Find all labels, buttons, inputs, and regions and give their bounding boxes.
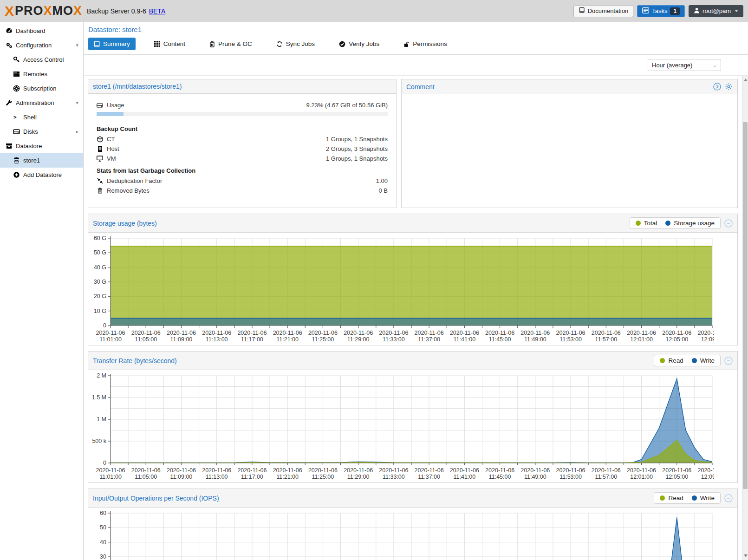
svg-text:11:21:00: 11:21:00 [276, 474, 299, 480]
chart-title: Input/Output Operations per Second (IOPS… [93, 495, 219, 502]
proxmox-x-icon: X [5, 3, 14, 19]
sidebar-item-datastore[interactable]: Datastore [0, 139, 83, 153]
svg-text:0: 0 [103, 322, 106, 329]
iops-panel: Input/Output Operations per Second (IOPS… [88, 488, 738, 560]
storage-usage-panel: Storage usage (bytes) TotalStorage usage… [88, 214, 738, 345]
archive-box-icon [6, 143, 13, 150]
sidebar-item-store1[interactable]: store1 [0, 153, 83, 168]
tab-content[interactable]: Content [149, 38, 191, 50]
legend-label: Write [700, 495, 715, 501]
removed-bytes-row: Removed Bytes 0 B [97, 186, 388, 195]
backup-count-heading: Backup Count [97, 122, 388, 134]
svg-text:2020-11-06: 2020-11-06 [131, 330, 161, 336]
sidebar-item-configuration[interactable]: Configuration ▾ [0, 38, 83, 52]
svg-text:11:01:00: 11:01:00 [99, 336, 122, 343]
key-icon [13, 56, 20, 63]
compress-icon [97, 178, 103, 184]
gc-stats-heading: Stats from last Garbage Collection [97, 163, 388, 176]
sidebar-item-disks[interactable]: Disks ▸ [0, 124, 83, 139]
svg-text:12:05:00: 12:05:00 [665, 336, 688, 343]
sidebar-item-add-datastore[interactable]: Add Datastore [0, 168, 83, 182]
iops-chart: 01020304050602020-11-0611:01:002020-11-0… [88, 508, 737, 560]
svg-text:2020-11-06: 2020-11-06 [556, 467, 585, 474]
tasks-count-badge: 1 [670, 7, 680, 15]
expand-caret-icon[interactable]: ▸ [76, 129, 78, 135]
panel-title: Comment [406, 83, 435, 91]
collapse-chart-button[interactable] [724, 494, 733, 502]
svg-text:12:05:00: 12:05:00 [665, 474, 688, 480]
legend-item[interactable]: Write [692, 495, 715, 501]
user-menu-button[interactable]: root@pam [689, 5, 743, 17]
svg-text:50: 50 [100, 524, 106, 531]
wrench-icon [6, 99, 13, 106]
chevron-down-icon [735, 10, 738, 12]
collapse-chart-button[interactable] [724, 219, 733, 228]
usage-progress-bar [97, 112, 388, 116]
svg-text:2020-11-06: 2020-11-06 [662, 330, 691, 336]
scroll-up-arrow[interactable] [742, 77, 748, 83]
sidebar-item-remotes[interactable]: Remotes [0, 67, 83, 81]
remotes-icon [13, 71, 20, 78]
collapse-chart-button[interactable] [724, 357, 733, 365]
legend-dot-icon [636, 221, 641, 226]
svg-text:2020-11-06: 2020-11-06 [592, 330, 621, 336]
plus-circle-icon [13, 171, 20, 178]
svg-text:2020-11-06: 2020-11-06 [697, 467, 714, 474]
life-ring-icon [13, 85, 20, 92]
svg-text:0: 0 [103, 460, 106, 466]
chart-legend: ReadWrite [654, 492, 721, 504]
panel-title: store1 (/mnt/datastores/store1) [93, 83, 182, 90]
legend-item[interactable]: Storage usage [665, 220, 715, 227]
tab-sync-jobs[interactable]: Sync Jobs [271, 38, 320, 50]
svg-text:2020-11-06: 2020-11-06 [96, 330, 125, 336]
tab-prune-gc[interactable]: Prune & GC [204, 38, 258, 50]
legend-item[interactable]: Total [636, 220, 657, 227]
svg-text:500 k: 500 k [92, 438, 106, 444]
svg-text:2020-11-06: 2020-11-06 [131, 467, 161, 474]
tab-summary[interactable]: Summary [88, 38, 136, 50]
legend-item[interactable]: Read [660, 357, 683, 364]
vertical-scrollbar[interactable] [742, 76, 748, 560]
host-row: Host 2 Groups, 3 Snapshots [97, 144, 388, 154]
svg-text:50 G: 50 G [94, 249, 106, 256]
sidebar-item-dashboard[interactable]: Dashboard [0, 24, 83, 38]
product-version-label: Backup Server 0.9-6 [87, 7, 146, 15]
legend-item[interactable]: Read [660, 495, 683, 501]
expand-comment-button[interactable] [713, 83, 721, 91]
svg-text:11:25:00: 11:25:00 [312, 474, 334, 480]
sidebar-item-administration[interactable]: Administration ▾ [0, 96, 83, 110]
svg-text:2020-11-06: 2020-11-06 [450, 330, 479, 336]
timeframe-select[interactable]: Hour (average) ⌄ [648, 59, 721, 71]
beta-link[interactable]: BETA [149, 7, 166, 15]
svg-text:2020-11-06: 2020-11-06 [344, 330, 373, 336]
sidebar-item-shell[interactable]: >_ Shell [0, 110, 83, 124]
svg-text:11:57:00: 11:57:00 [595, 474, 617, 480]
gear-icon[interactable] [725, 83, 733, 91]
sidebar-item-access-control[interactable]: Access Control [0, 52, 83, 67]
svg-text:2020-11-06: 2020-11-06 [379, 467, 408, 474]
svg-text:12:09:00: 12:09:00 [701, 336, 714, 343]
svg-text:2020-11-06: 2020-11-06 [450, 467, 479, 474]
svg-text:12:01:00: 12:01:00 [630, 336, 653, 343]
chart-legend: TotalStorage usage [630, 217, 721, 229]
svg-text:11:13:00: 11:13:00 [206, 474, 228, 480]
tasks-button[interactable]: Tasks 1 [637, 5, 685, 17]
collapse-caret-icon[interactable]: ▾ [76, 100, 78, 106]
svg-text:2020-11-06: 2020-11-06 [96, 467, 125, 474]
legend-dot-icon [692, 495, 697, 501]
scrollbar-thumb[interactable] [743, 122, 748, 489]
comment-body[interactable] [402, 94, 737, 208]
sidebar-item-subscription[interactable]: Subscription [0, 81, 83, 96]
tab-permissions[interactable]: Permissions [398, 38, 453, 50]
datastore-summary-panel: store1 (/mnt/datastores/store1) Usage 9.… [88, 79, 397, 208]
svg-text:2020-11-06: 2020-11-06 [344, 467, 373, 474]
svg-text:11:01:00: 11:01:00 [99, 474, 122, 480]
svg-text:11:05:00: 11:05:00 [135, 336, 157, 343]
collapse-caret-icon[interactable]: ▾ [76, 42, 78, 48]
legend-item[interactable]: Write [692, 357, 715, 364]
usage-progress-fill [97, 112, 124, 116]
scroll-down-arrow[interactable] [742, 553, 748, 559]
tab-verify-jobs[interactable]: Verify Jobs [333, 38, 385, 50]
page-title: Datastore: store1 [88, 26, 743, 33]
documentation-button[interactable]: Documentation [573, 5, 633, 17]
